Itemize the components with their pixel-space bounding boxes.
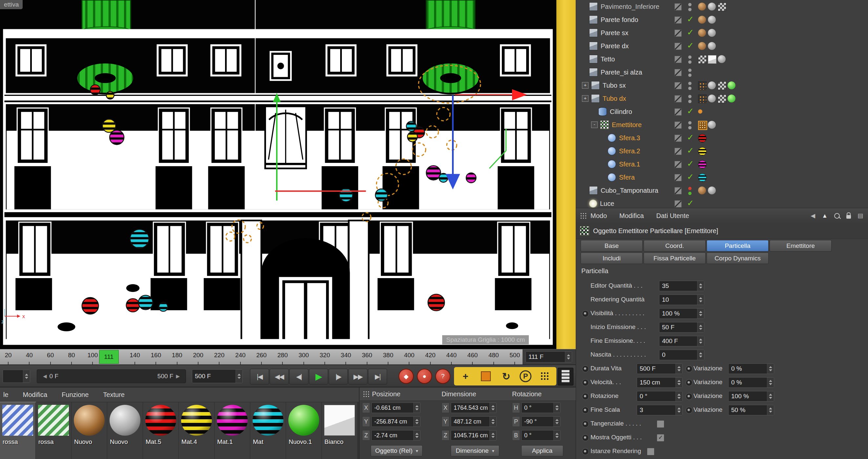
go-to-end-button[interactable]: ▶| (368, 369, 387, 384)
value-field[interactable]: 100 % (659, 308, 704, 319)
layer-toggle[interactable] (675, 174, 682, 181)
materials-menu-item[interactable]: Funzione (62, 391, 89, 399)
enabled-check-icon[interactable]: ✓ (687, 106, 694, 116)
record-keyframe-button[interactable]: ◆ (399, 369, 414, 384)
object-row[interactable]: Parete sx✓ (576, 26, 868, 39)
coord-field[interactable]: 0 ° (521, 430, 561, 440)
sphere-brown-tag[interactable] (698, 187, 706, 194)
tab-corpo-dynamics[interactable]: Corpo Dynamics (707, 253, 769, 264)
material-tile[interactable]: Mat.5 (143, 402, 179, 459)
layer-toggle[interactable] (675, 135, 682, 142)
stepper[interactable] (767, 364, 774, 374)
coord-field[interactable]: -0.661 cm (371, 403, 421, 413)
previous-frame-button[interactable]: ◀| (289, 369, 308, 384)
value-field[interactable]: 50 % (728, 405, 774, 415)
radio-icon[interactable] (582, 393, 589, 400)
visibility-dots[interactable] (688, 94, 692, 104)
stepper[interactable] (490, 430, 496, 440)
radio-icon[interactable] (686, 393, 692, 400)
coord-field[interactable]: -2.74 cm (371, 430, 421, 440)
object-row[interactable]: Tetto (576, 53, 868, 66)
stripes-red-tag[interactable] (698, 134, 707, 143)
materials-menu-item[interactable]: le (3, 391, 8, 399)
end-frame-field[interactable]: 500 F (192, 369, 243, 383)
checker-tag[interactable] (698, 55, 707, 64)
tab-coord-[interactable]: Coord. (644, 240, 706, 252)
attr-menu-item[interactable]: Modo (590, 212, 607, 219)
collapse-icon[interactable]: - (591, 121, 598, 128)
material-tile[interactable]: Nuovo.1 (286, 402, 322, 459)
stepper[interactable] (553, 430, 560, 440)
viewport-canvas[interactable] (0, 0, 556, 349)
stepper[interactable] (676, 378, 682, 388)
visibility-dots[interactable] (688, 55, 692, 64)
material-tile[interactable]: Mat.1 (215, 402, 250, 459)
materials-menu-item[interactable]: Modifica (23, 391, 47, 399)
end-frame-stepper[interactable] (236, 370, 242, 383)
current-frame-marker[interactable]: 111 (99, 350, 119, 364)
object-row[interactable]: Pavimento_Inferiore (576, 0, 868, 13)
tab-includi[interactable]: Includi (581, 253, 643, 264)
object-row[interactable]: Cubo_Tamponatura (576, 184, 868, 197)
stripes-magenta-tag[interactable] (698, 160, 707, 169)
checkbox[interactable]: ✓ (657, 434, 664, 441)
history-back-icon[interactable]: ◀ (811, 212, 815, 219)
radio-icon[interactable] (686, 407, 692, 414)
ball-gray-tag[interactable] (708, 121, 716, 129)
expand-icon[interactable]: + (582, 95, 589, 102)
coord-field[interactable]: 0 ° (521, 403, 561, 413)
material-tile[interactable]: Nuovo (107, 402, 143, 459)
mode-dropdown[interactable]: Oggetto (Rel) ▾ (371, 445, 423, 456)
stepper[interactable] (490, 417, 496, 427)
value-field[interactable]: 100 % (728, 391, 774, 402)
object-row[interactable]: +Tubo dx (576, 92, 868, 105)
materials-menu-item[interactable]: Texture (103, 391, 125, 399)
sphere-greenball-tag[interactable] (727, 94, 736, 103)
dots-orange-tag[interactable] (698, 94, 707, 103)
object-row[interactable]: -Emettitore (576, 118, 868, 131)
value-field[interactable]: 500 F (637, 364, 683, 374)
layer-toggle[interactable] (675, 95, 682, 103)
next-key-button[interactable]: ▶▶ (348, 369, 367, 384)
coord-field[interactable]: 487.12 cm (451, 416, 497, 427)
stepper[interactable] (767, 391, 774, 401)
stepper[interactable] (697, 309, 704, 318)
checker-tag[interactable] (718, 94, 726, 103)
material-tile[interactable]: Bianco (322, 402, 358, 459)
tab-emettitore[interactable]: Emettitore (770, 240, 832, 252)
frame-step-field[interactable] (3, 370, 30, 383)
value-field[interactable]: 0 (659, 350, 704, 360)
radio-icon[interactable] (582, 379, 589, 386)
layer-toggle[interactable] (675, 69, 682, 76)
keying-options-button[interactable]: ? (435, 369, 451, 384)
sphere-brown-tag[interactable] (698, 42, 706, 50)
ball-gray-tag[interactable] (718, 55, 725, 63)
object-row[interactable]: Parete_si alza (576, 66, 868, 79)
stepper[interactable] (490, 403, 496, 413)
panel-grip-icon[interactable] (363, 391, 369, 397)
object-row[interactable]: Sfera✓ (576, 171, 868, 184)
material-tile[interactable]: rossa (0, 402, 36, 459)
particle-mode-icon[interactable]: P (520, 370, 531, 382)
coord-field[interactable]: 1764.543 cm (451, 403, 497, 413)
radio-icon[interactable] (686, 366, 692, 372)
layer-toggle[interactable] (675, 200, 682, 207)
visibility-dots[interactable] (688, 81, 692, 90)
stepper[interactable] (553, 417, 560, 427)
tab-fissa-particelle[interactable]: Fissa Particelle (644, 253, 706, 264)
stepper[interactable] (697, 336, 704, 346)
layer-toggle[interactable] (675, 121, 682, 129)
tab-base[interactable]: Base (581, 240, 643, 252)
dot-orange-tag[interactable] (698, 109, 702, 114)
value-field[interactable]: 0 % (728, 364, 774, 374)
go-to-start-button[interactable]: |◀ (250, 369, 269, 384)
enabled-check-icon[interactable]: ✓ (687, 41, 694, 50)
search-icon[interactable] (834, 213, 840, 219)
history-up-icon[interactable]: ▲ (822, 212, 828, 219)
radio-icon[interactable] (686, 379, 692, 386)
radio-icon[interactable] (582, 366, 589, 372)
frame-range-slider[interactable]: ◀ 0 F 500 F ▶ (37, 369, 186, 383)
object-row[interactable]: Sfera.1✓ (576, 157, 868, 171)
value-field[interactable]: 0 ° (637, 391, 683, 402)
ball-gray-tag[interactable] (708, 187, 716, 194)
